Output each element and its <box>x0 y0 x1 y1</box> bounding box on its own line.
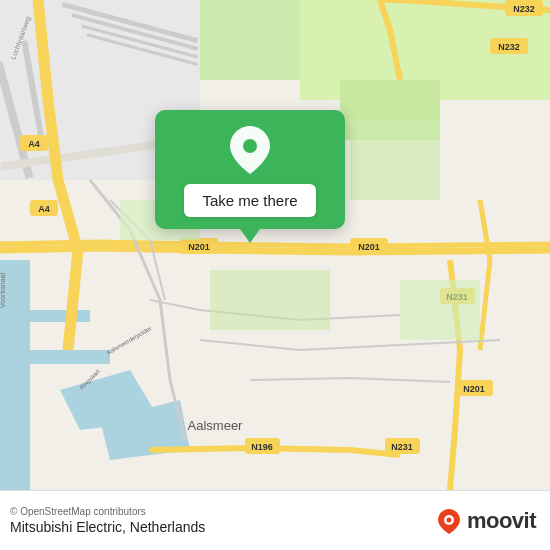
moovit-icon <box>435 507 463 535</box>
svg-rect-39 <box>210 270 330 330</box>
svg-point-47 <box>243 139 257 153</box>
popup-card: Take me there <box>155 110 345 229</box>
map-container: A4 A4 N201 N201 N232 N232 N231 N201 N196… <box>0 0 550 490</box>
svg-text:N232: N232 <box>498 42 520 52</box>
osm-credit: © OpenStreetMap contributors <box>10 506 205 517</box>
svg-text:A4: A4 <box>38 204 50 214</box>
svg-text:N201: N201 <box>463 384 485 394</box>
footer-left: © OpenStreetMap contributors Mitsubishi … <box>10 506 205 535</box>
svg-text:N201: N201 <box>188 242 210 252</box>
svg-text:N201: N201 <box>358 242 380 252</box>
svg-rect-40 <box>350 120 440 200</box>
svg-text:N232: N232 <box>513 4 535 14</box>
moovit-text: moovit <box>467 508 536 534</box>
location-name: Mitsubishi Electric, Netherlands <box>10 519 205 535</box>
map-svg: A4 A4 N201 N201 N232 N232 N231 N201 N196… <box>0 0 550 490</box>
footer: © OpenStreetMap contributors Mitsubishi … <box>0 490 550 550</box>
pin-icon <box>224 124 276 176</box>
svg-text:N196: N196 <box>251 442 273 452</box>
moovit-logo: moovit <box>435 507 536 535</box>
svg-text:N231: N231 <box>391 442 413 452</box>
svg-rect-41 <box>400 280 480 340</box>
svg-text:Voorkanaal: Voorkanaal <box>0 273 6 308</box>
take-me-there-button[interactable]: Take me there <box>184 184 315 217</box>
svg-rect-3 <box>0 350 110 364</box>
svg-point-49 <box>446 517 451 522</box>
svg-text:Aalsmeer: Aalsmeer <box>188 418 244 433</box>
svg-text:A4: A4 <box>28 139 40 149</box>
